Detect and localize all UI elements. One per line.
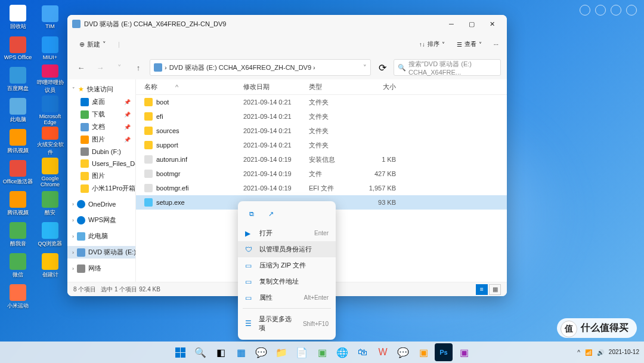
refresh-button[interactable]: ⟳ xyxy=(374,60,390,75)
sidebar-documents[interactable]: 文档📌 xyxy=(67,121,135,133)
search-button[interactable]: 🔍 xyxy=(191,343,209,361)
system-tray[interactable]: ^ 📶 🔊 2021-10-12 xyxy=(577,349,639,356)
more-button[interactable]: ··· xyxy=(490,39,502,50)
start-button[interactable] xyxy=(171,343,189,361)
explorer-button[interactable]: 📁 xyxy=(273,343,290,361)
ctx-more-options[interactable]: ☰显示更多选项Shift+F10 xyxy=(238,311,336,336)
toolbar: ⊕ 新建 ˅ | ↑↓ 排序 ˅ ☰ 查看 ˅ ··· xyxy=(67,33,507,56)
top-tray xyxy=(580,5,637,16)
desktop-icon[interactable]: 腾讯视频 xyxy=(2,127,33,156)
ctx-open[interactable]: ▶打开Enter xyxy=(238,225,336,241)
titlebar[interactable]: DVD 驱动器 (E:) CCHA_X64FREO_ZH-CN_DV9 ─ ▢ … xyxy=(67,15,507,33)
sidebar-network[interactable]: ›网络 xyxy=(67,262,135,275)
desktop-icon[interactable]: 微信 xyxy=(2,251,33,281)
sidebar-wps[interactable]: ›WPS网盘 xyxy=(67,214,135,226)
desktop-icon[interactable]: MIUI+ xyxy=(35,33,66,63)
sidebar-desktop[interactable]: 桌面📌 xyxy=(67,96,135,108)
sidebar-dvd-drive[interactable]: ›DVD 驱动器 (E:) CCHA xyxy=(67,246,135,259)
app2-button[interactable]: ▣ xyxy=(414,343,432,361)
window-title: DVD 驱动器 (E:) CCHA_X64FREO_ZH-CN_DV9 xyxy=(84,20,441,29)
sidebar-quick-access[interactable]: ˅★快速访问 xyxy=(67,83,135,96)
widgets-button[interactable]: ▦ xyxy=(232,343,250,361)
ctx-copy-path[interactable]: ▭复制文件地址 xyxy=(238,273,336,290)
search-icon: 🔍 xyxy=(398,64,406,72)
forward-button[interactable]: → xyxy=(92,60,108,75)
desktop-icon[interactable]: 火绒安全软件 xyxy=(35,127,66,156)
breadcrumb[interactable]: › DVD 驱动器 (E:) CCHA_X64FREO_ZH-CN_DV9 › … xyxy=(150,59,371,76)
taskview-button[interactable]: ◧ xyxy=(212,343,230,361)
tray-icon[interactable] xyxy=(611,5,621,16)
desktop-icon[interactable]: 哔哩哔哩协议员 xyxy=(35,64,66,94)
ps-button[interactable]: Ps xyxy=(435,343,453,361)
file-row[interactable]: autorun.inf2021-09-14 0:19安装信息1 KB xyxy=(136,152,507,167)
search-input[interactable]: 🔍 搜索"DVD 驱动器 (E:) CCHA_X64FRE... xyxy=(394,59,501,76)
icons-view-button[interactable]: ▦ xyxy=(489,284,501,295)
path-icon: ▭ xyxy=(245,278,253,286)
back-button[interactable]: ← xyxy=(73,60,89,75)
props-icon: ▭ xyxy=(245,294,253,302)
desktop-icon[interactable]: TIM xyxy=(35,2,66,32)
desktop-icon[interactable]: 酷安 xyxy=(35,189,66,219)
sidebar-users-files[interactable]: Users_Files_Down xyxy=(67,158,135,170)
store-button[interactable]: 🛍 xyxy=(354,343,371,361)
drive-icon xyxy=(154,63,162,72)
desktop-icon[interactable]: Office激活器 xyxy=(2,158,33,187)
file-row[interactable]: efi2021-09-14 0:21文件夹 xyxy=(136,109,507,124)
clock[interactable]: 2021-10-12 xyxy=(609,349,639,356)
chat-button[interactable]: 💬 xyxy=(252,343,270,361)
sidebar: ˅★快速访问 桌面📌 下载📌 文档📌 图片📌 Dubin (F:) Users_… xyxy=(67,79,136,282)
file-row[interactable]: boot2021-09-14 0:21文件夹 xyxy=(136,95,507,109)
office-button[interactable]: 📄 xyxy=(293,343,311,361)
column-headers[interactable]: 名称^ 修改日期 类型 大小 xyxy=(136,79,507,95)
item-count: 8 个项目 xyxy=(73,285,96,294)
shield-icon: 🛡 xyxy=(245,245,253,254)
new-button[interactable]: ⊕ 新建 ˅ xyxy=(76,38,110,51)
tray-chevron-icon[interactable]: ^ xyxy=(577,349,580,356)
sidebar-xiaomi[interactable]: 小米11Pro开箱 xyxy=(67,182,135,195)
close-button[interactable]: ✕ xyxy=(482,16,502,32)
tray-icon[interactable] xyxy=(626,5,637,16)
desktop-icon[interactable]: 创建计 xyxy=(35,251,66,281)
tray-icon[interactable] xyxy=(595,5,606,16)
minimize-button[interactable]: ─ xyxy=(441,16,462,32)
up-button[interactable]: ↑ xyxy=(131,60,146,75)
sidebar-downloads[interactable]: 下载📌 xyxy=(67,108,135,121)
desktop-icon[interactable]: QQ浏览器 xyxy=(35,220,66,250)
share-icon[interactable]: ↗ xyxy=(264,207,277,220)
ctx-properties[interactable]: ▭属性Alt+Enter xyxy=(238,290,336,306)
desktop-icon[interactable]: Microsoft Edge xyxy=(35,96,66,125)
sidebar-pics2[interactable]: 图片 xyxy=(67,170,135,182)
file-row[interactable]: sources2021-09-14 0:21文件夹 xyxy=(136,124,507,138)
volume-icon[interactable]: 🔊 xyxy=(597,349,604,356)
maximize-button[interactable]: ▢ xyxy=(462,16,482,32)
desktop-icon[interactable]: 此电脑 xyxy=(2,96,33,125)
sidebar-pictures[interactable]: 图片📌 xyxy=(67,133,135,146)
desktop-icon[interactable]: 酷我音 xyxy=(2,220,33,250)
network-icon[interactable]: 📶 xyxy=(585,349,592,356)
ctx-zip[interactable]: ▭压缩为 ZIP 文件 xyxy=(238,257,336,273)
details-view-button[interactable]: ≡ xyxy=(476,284,488,295)
sidebar-dubin[interactable]: Dubin (F:) xyxy=(67,146,135,158)
file-row[interactable]: bootmgr.efi2021-09-14 0:19EFI 文件1,957 KB xyxy=(136,181,507,195)
wechat-button[interactable]: 💬 xyxy=(394,343,412,361)
ctx-run-as-admin[interactable]: 🛡以管理员身份运行 xyxy=(238,241,336,257)
sidebar-thispc[interactable]: ›此电脑 xyxy=(67,230,135,242)
desktop-icon[interactable]: WPS Office xyxy=(2,33,33,63)
recent-button[interactable]: ˅ xyxy=(112,60,127,75)
sort-button[interactable]: ↑↓ 排序 ˅ xyxy=(416,38,448,51)
edge-button[interactable]: 🌐 xyxy=(333,343,351,361)
desktop-icon[interactable]: 百度网盘 xyxy=(2,64,33,94)
desktop-icon[interactable]: Google Chrome xyxy=(35,158,66,187)
app3-button[interactable]: ▣ xyxy=(455,343,473,361)
wps-button[interactable]: W xyxy=(374,343,392,361)
tray-icon[interactable] xyxy=(580,5,590,16)
desktop-icon[interactable]: 腾讯视频 xyxy=(2,189,33,219)
desktop-icon[interactable]: 回收站 xyxy=(2,2,33,32)
sidebar-onedrive[interactable]: ›OneDrive xyxy=(67,198,135,210)
file-row[interactable]: support2021-09-14 0:21文件夹 xyxy=(136,138,507,152)
copy-icon[interactable]: ⧉ xyxy=(245,207,258,220)
file-row[interactable]: bootmgr2021-09-14 0:19文件427 KB xyxy=(136,167,507,181)
desktop-icon[interactable]: 小米运动 xyxy=(2,282,33,312)
app-button[interactable]: ▣ xyxy=(313,343,331,361)
view-button[interactable]: ☰ 查看 ˅ xyxy=(453,38,485,51)
